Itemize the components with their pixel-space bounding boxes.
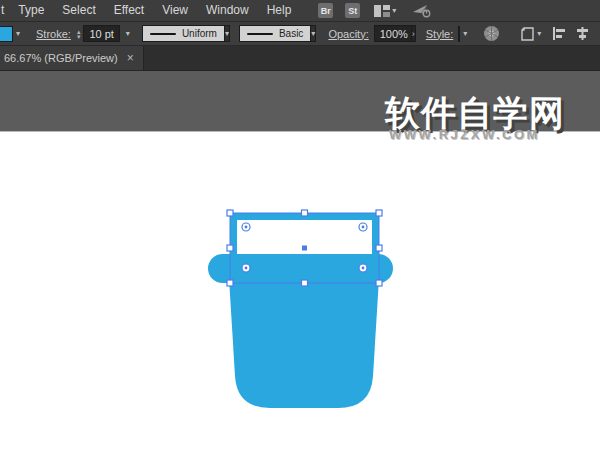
watermark-url: WWW.RJZXW.COM	[389, 127, 540, 142]
color-wheel-icon	[483, 25, 500, 42]
menu-item-type[interactable]: Type	[9, 0, 53, 21]
menu-item-effect[interactable]: Effect	[105, 0, 153, 21]
handle-bottom-right[interactable]	[376, 280, 382, 286]
brush-definition-value: Basic	[279, 28, 303, 39]
align-center-button[interactable]	[576, 27, 589, 40]
menu-item-object-cut[interactable]: t	[0, 0, 9, 21]
share-button[interactable]	[412, 4, 432, 18]
document-tab-bar: 66.67% (RGB/Preview) ×	[0, 46, 600, 71]
close-icon[interactable]: ×	[127, 52, 134, 64]
opacity-expander-button[interactable]: ›	[412, 25, 416, 42]
document-setup-icon	[520, 27, 535, 41]
expand-icon: ›	[412, 29, 415, 39]
chevron-down-icon[interactable]: ▾	[16, 29, 20, 38]
stepper-down-icon[interactable]: ▾	[77, 34, 81, 39]
corner-widget[interactable]	[359, 223, 367, 231]
fill-color-swatch[interactable]	[0, 26, 13, 42]
selection-center-point[interactable]	[302, 246, 307, 251]
basic-brush-preview	[247, 33, 273, 35]
menu-item-select[interactable]: Select	[53, 0, 104, 21]
width-profile-value: Uniform	[182, 28, 217, 39]
paper-plane-icon	[412, 4, 432, 18]
handle-bottom-left[interactable]	[227, 280, 233, 286]
menu-bar: t Type Select Effect View Window Help Br…	[0, 0, 600, 22]
uniform-stroke-preview	[150, 33, 176, 35]
bridge-button[interactable]: Br	[318, 3, 333, 18]
menu-item-view[interactable]: View	[153, 0, 197, 21]
graphic-style-swatch[interactable]	[458, 26, 460, 42]
document-tab[interactable]: 66.67% (RGB/Preview) ×	[0, 46, 144, 70]
stock-button[interactable]: St	[345, 3, 360, 18]
handle-top-center[interactable]	[302, 210, 308, 216]
chevron-down-icon: ▾	[537, 30, 541, 38]
opacity-input[interactable]: 100%	[374, 25, 412, 42]
stroke-label[interactable]: Stroke:	[36, 28, 71, 40]
variable-width-profile-select[interactable]: Uniform	[142, 25, 225, 42]
control-bar: ▾ Stroke: ▴ ▾ 10 pt ▾ Uniform ▾ Basic ▾ …	[0, 22, 600, 46]
document-setup-button[interactable]: ▾	[520, 27, 541, 41]
handle-top-left[interactable]	[227, 210, 233, 216]
chevron-down-icon: ▾	[225, 29, 229, 38]
handle-top-right[interactable]	[376, 210, 382, 216]
align-buttons	[553, 27, 600, 40]
document-tab-label: 66.67% (RGB/Preview)	[4, 52, 118, 64]
work-area: 软件自学网 WWW.RJZXW.COM	[0, 71, 600, 463]
corner-widget[interactable]	[359, 264, 367, 272]
width-profile-dropdown[interactable]: ▾	[225, 25, 230, 42]
corner-widget[interactable]	[242, 223, 250, 231]
menubar-quick-buttons: Br St ▾	[306, 3, 432, 18]
chevron-down-icon[interactable]: ▾	[463, 29, 467, 38]
stroke-weight-input[interactable]: 10 pt	[83, 25, 119, 42]
chevron-down-icon[interactable]: ▾	[126, 29, 130, 38]
opacity-label[interactable]: Opacity:	[328, 28, 368, 40]
workspace-layout-icon	[374, 5, 390, 17]
style-label[interactable]: Style:	[426, 28, 454, 40]
handle-bottom-center[interactable]	[302, 280, 308, 286]
brush-definition-dropdown[interactable]: ▾	[311, 25, 316, 42]
brush-definition-select[interactable]: Basic	[239, 25, 311, 42]
workspace-switcher[interactable]: ▾	[374, 5, 396, 17]
menu-item-window[interactable]: Window	[197, 0, 258, 21]
chevron-down-icon: ▾	[392, 7, 396, 15]
corner-widget[interactable]	[242, 264, 250, 272]
handle-middle-left[interactable]	[227, 245, 233, 251]
handle-middle-right[interactable]	[376, 245, 382, 251]
align-left-button[interactable]	[553, 27, 566, 40]
stroke-weight-stepper[interactable]: ▴ ▾	[77, 29, 81, 39]
recolor-artwork-button[interactable]	[483, 25, 500, 42]
menu-item-help[interactable]: Help	[258, 0, 301, 21]
illustrator-window: t Type Select Effect View Window Help Br…	[0, 0, 600, 463]
chevron-down-icon: ▾	[311, 29, 315, 38]
